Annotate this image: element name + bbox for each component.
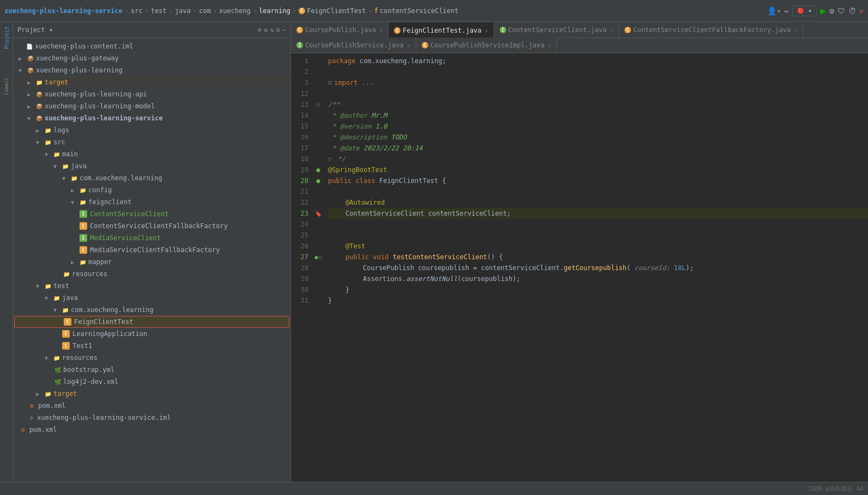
run-gutter-icon[interactable]: ● [313, 175, 324, 186]
settings-icon[interactable]: ⚙ [276, 26, 280, 34]
tab-close-icon[interactable]: ✕ [379, 27, 383, 33]
tree-item[interactable]: ▼ 📁 com.xuecheng.learning [13, 304, 290, 316]
code-line: ⊟import ... [328, 77, 868, 88]
folder-icon: 📁 [52, 294, 61, 302]
tab-label: ContentServiceClientFallbackFactory.java [633, 26, 791, 34]
panel-header: Project ▾ ⊕ ≡ ⇅ ⚙ − [13, 22, 290, 38]
user-icon: 👤▾ [767, 7, 781, 15]
tab-close-icon[interactable]: ✕ [548, 42, 551, 48]
run-gutter-pair[interactable]: ●⊟ [313, 252, 324, 262]
tree-item[interactable]: ▶ 📦 xuecheng-plus-learning-api [13, 88, 290, 100]
tab-close-icon[interactable]: ✕ [485, 28, 488, 34]
tree-item[interactable]: ▶ 📁 mapper [13, 256, 290, 268]
tree-item-media-fallback[interactable]: C MediaServiceClientFallbackFactory [13, 244, 290, 256]
sort-icon[interactable]: ⇅ [270, 26, 274, 34]
tab-icon: C [296, 27, 303, 33]
sidebar-icon-commit[interactable]: Commit [1, 75, 13, 97]
tree-item[interactable]: ▼ 📦 xuecheng-plus-learning [13, 64, 290, 76]
status-text [4, 485, 8, 492]
watermark: CSDN @清风微凉 AA [807, 485, 864, 493]
top-bar: xuecheng-plus-learning-service › src › t… [0, 0, 868, 22]
code-line [328, 66, 868, 77]
folder-icon: 📁 [78, 198, 87, 206]
arrow-icon: ▼ [36, 283, 43, 289]
tree-item[interactable]: ▶ 📦 xuecheng-plus-gateway [13, 52, 290, 64]
close-icon[interactable]: ✕ [859, 7, 864, 15]
arrow-icon: ▶ [27, 91, 34, 97]
tab-content-service-client[interactable]: I ContentServiceClient.java ✕ [494, 22, 620, 38]
folder-icon: 📁 [52, 150, 61, 158]
collapse-icon[interactable]: ≡ [264, 26, 268, 34]
code-line: /** [328, 99, 868, 110]
panel-icons: ⊕ ≡ ⇅ ⚙ − [258, 26, 286, 34]
locate-icon[interactable]: ⊕ [258, 26, 262, 34]
gutter: ⊟ ● ● 🔖 ●⊟ [313, 56, 324, 480]
tree-item-iml2[interactable]: ⚙ xuecheng-plus-learning-service.iml [13, 412, 290, 424]
tree-item[interactable]: ▼ 📁 main [13, 148, 290, 160]
arrow-icon: ▼ [19, 68, 25, 74]
tree-item-test[interactable]: ▼ 📁 test [13, 280, 290, 292]
tab-content-fallback[interactable]: C ContentServiceClientFallbackFactory.ja… [619, 22, 803, 38]
tree-item-content-service-client[interactable]: I ContentServiceClient [13, 208, 290, 220]
class-icon: C [62, 330, 70, 338]
folder-icon: 📦 [26, 54, 35, 63]
tab-course-publish-service[interactable]: I CoursePublishService.java ✕ [291, 38, 416, 53]
minimize-icon[interactable]: − [282, 26, 286, 34]
tree-item-pom1[interactable]: m pom.xml [13, 400, 290, 412]
tree-item[interactable]: ▶ 📦 xuecheng-plus-learning-model [13, 100, 290, 112]
tab-icon: C [422, 42, 428, 48]
tab-close-icon[interactable]: ✕ [407, 42, 410, 48]
folder-icon: 📁 [70, 174, 78, 182]
code-line: @Test [328, 241, 868, 252]
panel-title: Project ▾ [17, 26, 256, 34]
code-line: } [328, 284, 868, 295]
run-button[interactable]: ▶ [820, 5, 826, 16]
code-line: @SpringBootTest [328, 164, 868, 175]
tree-item[interactable]: ▶ 📁 logs [13, 124, 290, 136]
code-line [328, 219, 868, 230]
back-icon[interactable]: ← [785, 7, 789, 15]
tree-item[interactable]: ▼ 📦 xuecheng-plus-learning-service [13, 112, 290, 124]
code-line: CoursePublish coursepublish = contentSer… [328, 262, 868, 273]
tab-close-icon[interactable]: ✕ [794, 27, 797, 33]
tab-course-publish[interactable]: C CoursePublish.java ✕ [291, 22, 389, 38]
run-gutter-icon[interactable]: ● [313, 164, 324, 175]
xml-icon: 🌿 [53, 377, 62, 386]
tab-close-icon[interactable]: ✕ [610, 27, 613, 33]
tree-item[interactable]: 📁 resources [13, 268, 290, 280]
build-icon[interactable]: ⚙ [829, 7, 834, 15]
tree-item[interactable]: ▼ 📁 com.xuecheng.learning [13, 172, 290, 184]
top-actions: 👤▾ ← 🔴 ▾ ▶ ⚙ 🛡 ⏱ ✕ [767, 5, 864, 16]
folder-icon: 📁 [44, 138, 52, 146]
tree-item[interactable]: ▼ 📁 java [13, 292, 290, 304]
tree-item[interactable]: ▼ 📁 src [13, 136, 290, 148]
tree-item[interactable]: ▶ 📁 target [13, 76, 290, 88]
tree-item-test1[interactable]: C Test1 [13, 340, 290, 352]
coverage-icon[interactable]: 🛡 [837, 7, 845, 15]
tree-item[interactable]: ▼ 📁 java [13, 160, 290, 172]
sidebar-icon-project[interactable]: Project [1, 24, 13, 51]
tab-course-publish-impl[interactable]: C CoursePublishServiceImpl.java ✕ [416, 38, 557, 53]
tree-item-log4j2[interactable]: 🌿 log4j2-dev.xml [13, 376, 290, 388]
tree-item-learning-app[interactable]: C LearningApplication [13, 328, 290, 340]
breadcrumb-item: xuecheng [219, 7, 251, 15]
tab-label: CoursePublishService.java [305, 41, 404, 49]
tree-item-bootstrap[interactable]: 🌿 bootstrap.yml [13, 364, 290, 376]
code-line: * @date 2023/2/22 20:14 [328, 143, 868, 154]
tree-item[interactable]: ▼ 📁 feignclient [13, 196, 290, 208]
tree-item[interactable]: ▼ 📁 resources [13, 352, 290, 364]
tree-item[interactable]: 📄 xuecheng-plus-content.iml [13, 40, 290, 52]
tree-item-fallback-factory[interactable]: C ContentServiceClientFallbackFactory [13, 220, 290, 232]
tree-item-media-service-client[interactable]: I MediaServiceClient [13, 232, 290, 244]
tree-item-feign-client-test[interactable]: C FeignClientTest [14, 316, 289, 328]
tree-item-pom2[interactable]: m pom.xml [13, 424, 290, 436]
folder-icon: 📁 [35, 78, 44, 87]
tree-item[interactable]: ▶ 📁 target [13, 388, 290, 400]
tree-item[interactable]: ▶ 📁 config [13, 184, 290, 196]
yml-icon: 🌿 [53, 365, 62, 374]
profile-icon[interactable]: ⏱ [848, 7, 856, 15]
arrow-icon: ▶ [27, 103, 34, 109]
run-config-selector[interactable]: 🔴 ▾ [792, 5, 817, 16]
arrow-icon: ▼ [45, 355, 51, 361]
tab-feign-client-test[interactable]: C FeignClientTest.java ✕ [389, 22, 494, 38]
